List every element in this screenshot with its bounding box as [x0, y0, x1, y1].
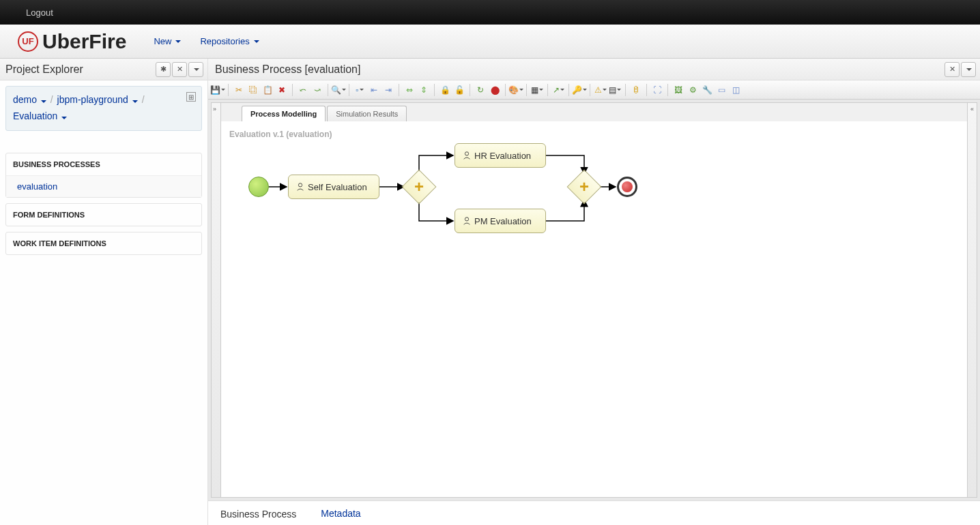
grid-button[interactable]: ▦	[530, 83, 544, 97]
menu-repositories-label: Repositories	[200, 36, 249, 46]
tab-process-modelling[interactable]: Process Modelling	[242, 106, 326, 121]
fullscreen-button[interactable]: ⛶	[650, 83, 664, 97]
tab-simulation-results[interactable]: Simulation Results	[327, 106, 407, 121]
panels-button[interactable]: ◫	[729, 83, 743, 97]
project-explorer-title: Project Explorer	[5, 63, 83, 76]
fullscreen-icon: ⛶	[653, 85, 661, 95]
menu-repositories[interactable]: Repositories	[192, 32, 267, 50]
task-label: HR Evaluation	[474, 151, 531, 161]
user-icon	[462, 151, 472, 160]
key-button[interactable]: 🔑	[573, 83, 586, 97]
bpmn-parallel-gateway-split[interactable]: +	[407, 175, 431, 199]
delete-icon: ✖	[278, 85, 285, 95]
save-icon: 💾	[210, 85, 220, 95]
undo-icon: ⤺	[300, 85, 306, 95]
svg-point-4	[465, 152, 468, 155]
bpmn-parallel-gateway-join[interactable]: +	[572, 175, 596, 199]
logout-link[interactable]: Logout	[26, 7, 53, 18]
breadcrumb-separator: /	[49, 94, 55, 105]
layers-button[interactable]: ▤	[608, 83, 622, 97]
close-icon: ✕	[177, 65, 183, 74]
color-button[interactable]: 🎨	[509, 83, 523, 97]
canvas-title: Evaluation v.1 (evaluation)	[229, 130, 332, 139]
bottom-tab-business-process[interactable]: Business Process	[208, 502, 308, 525]
align-button[interactable]: ⇤	[367, 83, 381, 97]
editor-close-button[interactable]: ✕	[945, 62, 960, 77]
task-label: PM Evaluation	[474, 216, 532, 226]
brand-logo: UF	[18, 31, 38, 52]
warning-button[interactable]: ⚠	[594, 83, 607, 97]
align2-button[interactable]: ⇥	[381, 83, 395, 97]
bottom-tab-metadata[interactable]: Metadata	[308, 502, 373, 524]
bpmn-canvas[interactable]: Evaluation v.1 (evaluation)	[221, 121, 967, 497]
cut-icon: ✂	[235, 85, 242, 95]
explorer-close-button[interactable]: ✕	[172, 62, 187, 77]
editor-dropdown-button[interactable]	[961, 62, 976, 77]
explorer-settings-button[interactable]: ✱	[156, 62, 171, 77]
unlock-button[interactable]: 🔓	[452, 83, 466, 97]
right-gutter[interactable]: «	[967, 103, 977, 497]
refresh-button[interactable]: ↻	[474, 83, 487, 97]
caret-down-icon	[254, 40, 259, 43]
db-button[interactable]: 🛢	[629, 83, 643, 97]
new-button[interactable]: ▫	[353, 83, 366, 97]
refresh-icon: ↻	[477, 85, 484, 95]
redo-button[interactable]: ⤻	[311, 83, 324, 97]
caret-down-icon	[41, 100, 46, 103]
align-icon: ⇤	[371, 85, 377, 95]
zoom-button[interactable]: 🔍	[332, 83, 345, 97]
cut-button[interactable]: ✂	[232, 83, 246, 97]
breadcrumb-org[interactable]: demo	[13, 94, 46, 105]
breadcrumb-repo[interactable]: jbpm-playground	[57, 94, 138, 105]
user-icon	[462, 216, 472, 226]
new-icon: ▫	[356, 85, 358, 95]
copy-button[interactable]: ⿻	[246, 83, 260, 97]
paste-icon: 📋	[263, 85, 273, 95]
bpmn-start-event[interactable]	[248, 177, 269, 197]
lock-icon: 🔒	[440, 85, 450, 95]
breadcrumb-expand-button[interactable]: ⊞	[186, 92, 196, 102]
group-business-processes[interactable]: BUSINESS PROCESSES	[6, 153, 201, 175]
layers-icon: ▤	[609, 85, 616, 95]
breadcrumb: demo / jbpm-playground / Evaluation ⊞	[5, 86, 202, 131]
settings-button[interactable]: ⚙	[686, 83, 700, 97]
caret-down-icon	[966, 68, 972, 71]
process-item-evaluation[interactable]: evaluation	[6, 175, 201, 197]
unlock-icon: 🔓	[455, 85, 465, 95]
panels-icon: ◫	[732, 85, 740, 95]
db-icon: 🛢	[632, 85, 640, 95]
color-icon: 🎨	[508, 85, 519, 95]
group-work-item-definitions[interactable]: WORK ITEM DEFINITIONS	[6, 232, 201, 254]
window-button[interactable]: ▭	[715, 83, 728, 97]
paste-button[interactable]: 📋	[261, 83, 274, 97]
editor-title: Business Process [evaluation]	[215, 63, 360, 76]
left-gutter[interactable]: »	[212, 103, 221, 497]
bpmn-end-event[interactable]	[617, 177, 637, 197]
bpmn-task-self-evaluation[interactable]: Self Evaluation	[288, 175, 379, 199]
warning-icon: ⚠	[594, 85, 602, 95]
breadcrumb-project[interactable]: Evaluation	[13, 110, 67, 121]
user-icon	[296, 182, 305, 192]
explorer-dropdown-button[interactable]	[188, 62, 203, 77]
lock-button[interactable]: 🔒	[438, 83, 452, 97]
caret-down-icon	[132, 100, 138, 103]
brand: UF UberFire	[18, 30, 126, 53]
group-form-definitions[interactable]: FORM DEFINITIONS	[6, 204, 201, 226]
export-button[interactable]: ↗	[551, 83, 565, 97]
image-button[interactable]: 🖼	[672, 83, 685, 97]
save-button[interactable]: 💾	[211, 83, 225, 97]
connect-button[interactable]: ⬤	[488, 83, 502, 97]
editor-toolbar: 💾 ✂ ⿻ 📋 ✖ ⤺ ⤻ 🔍 ▫ ⇤ ⇥ ⇔ ⇕ 🔒 🔓 ↻ ⬤ 🎨	[208, 80, 980, 100]
redo-icon: ⤻	[314, 85, 321, 95]
bpmn-task-hr-evaluation[interactable]: HR Evaluation	[455, 143, 546, 168]
align-icon: ⇥	[385, 85, 392, 95]
menu-new[interactable]: New	[145, 32, 189, 50]
close-icon: ✕	[949, 65, 955, 74]
undo-button[interactable]: ⤺	[296, 83, 310, 97]
tool-button[interactable]: 🔧	[700, 83, 714, 97]
delete-button[interactable]: ✖	[275, 83, 289, 97]
distribute-h-button[interactable]: ⇔	[403, 83, 416, 97]
distribute-v-button[interactable]: ⇕	[417, 83, 431, 97]
bpmn-task-pm-evaluation[interactable]: PM Evaluation	[455, 209, 546, 233]
breadcrumb-separator: /	[141, 94, 146, 105]
